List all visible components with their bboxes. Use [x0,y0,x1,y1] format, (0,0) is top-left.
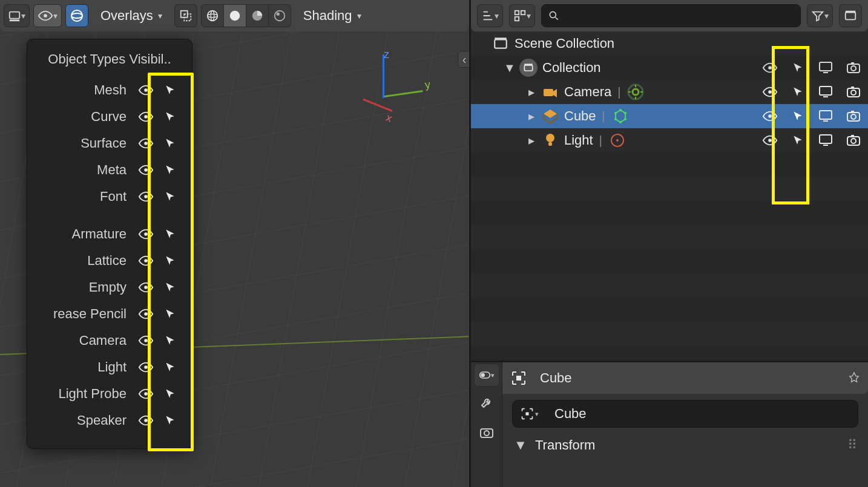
eye-icon[interactable] [137,332,154,349]
object-data-icon[interactable] [611,107,630,125]
svg-point-7 [208,11,218,21]
eye-icon[interactable] [761,108,778,125]
svg-rect-28 [521,11,525,15]
outliner-filter[interactable]: ▾ [807,4,833,27]
outliner-body[interactable]: Scene Collection ▼ Collection [471,31,868,361]
eye-icon[interactable] [137,188,154,205]
eye-icon[interactable] [137,359,154,376]
xray-button[interactable] [174,4,197,27]
cursor-icon[interactable] [789,59,806,76]
cursor-icon[interactable] [162,359,179,376]
outliner-editor-type[interactable]: ▾ [477,4,503,27]
cursor-icon[interactable] [789,83,806,100]
chevron-down-icon: ▾ [158,11,162,21]
disclosure-triangle[interactable]: ▼ [504,62,516,74]
cursor-icon[interactable] [162,385,179,402]
cursor-icon[interactable] [162,226,179,243]
disclosure-triangle[interactable]: ▸ [525,86,538,98]
cursor-icon[interactable] [162,108,179,125]
eye-icon[interactable] [137,306,154,322]
shading-dropdown[interactable]: Shading ▾ [295,4,370,27]
render-tab[interactable] [474,419,499,447]
eye-icon[interactable] [137,385,154,402]
camera-icon[interactable] [845,83,862,100]
eye-icon[interactable] [137,279,154,296]
drag-grip-icon[interactable]: ⠿ [847,437,858,453]
visibility-button[interactable]: ▾ [33,4,62,27]
eye-icon[interactable] [137,135,154,152]
visibility-row-label: rease Pencil [27,306,130,322]
outliner-search[interactable] [541,4,801,27]
monitor-icon[interactable] [817,132,834,149]
disclosure-triangle[interactable]: ▸ [525,110,538,122]
scene-collection-row[interactable]: Scene Collection [471,31,868,56]
disclosure-triangle[interactable]: ▼ [515,439,527,451]
eye-icon[interactable] [137,82,154,99]
disclosure-triangle[interactable]: ▸ [525,134,538,146]
svg-point-64 [546,134,554,142]
eye-icon[interactable] [137,108,154,125]
camera-icon[interactable] [845,132,862,149]
monitor-icon[interactable] [817,59,834,76]
object-name-input[interactable] [546,400,858,428]
outliner-search-input[interactable] [565,9,794,23]
wire-sphere-icon [206,9,219,22]
pin-icon[interactable] [847,371,861,385]
visibility-row: Speaker [27,407,182,434]
svg-point-23 [144,339,148,342]
cursor-icon[interactable] [162,332,179,349]
svg-point-8 [208,14,218,18]
overlays-dropdown[interactable]: Overlays ▾ [92,4,171,27]
cursor-icon[interactable] [162,82,179,99]
cursor-icon[interactable] [162,279,179,296]
svg-point-22 [144,312,148,316]
eye-icon[interactable] [137,412,154,429]
outliner-new-collection[interactable] [839,4,862,27]
object-name-field: ▾ [512,400,858,428]
shading-wireframe[interactable] [201,4,224,27]
svg-rect-69 [820,135,832,143]
svg-rect-27 [515,11,519,15]
shading-matprev[interactable] [246,4,269,27]
eye-icon[interactable] [137,162,154,178]
cursor-icon[interactable] [162,188,179,205]
editor-type-button[interactable]: ▾ [4,4,30,27]
svg-rect-42 [851,62,854,64]
eye-icon[interactable] [761,83,778,100]
viewport-3d[interactable]: ▾ ▾ Overlays ▾ [0,0,469,487]
object-data-icon[interactable] [626,83,645,101]
svg-point-50 [851,90,856,95]
cursor-icon[interactable] [162,162,179,178]
cursor-icon[interactable] [789,132,806,149]
region-toggle-tab[interactable]: ‹ [458,51,469,68]
eye-icon[interactable] [761,132,778,149]
shading-rendered[interactable] [268,4,291,27]
outliner-item-row[interactable]: ▸Cube| [471,104,868,128]
object-data-icon[interactable] [608,131,626,149]
datablock-browse-button[interactable]: ▾ [512,400,546,428]
cursor-icon[interactable] [789,108,806,125]
props-editor-type[interactable]: ▾ [474,364,499,387]
camera-icon[interactable] [845,108,862,125]
outliner-item-row[interactable]: ▸Camera| [471,80,868,104]
eye-icon[interactable] [137,252,154,269]
monitor-icon[interactable] [817,83,834,100]
eye-icon[interactable] [137,226,154,243]
outliner-item-row[interactable]: ▸Light| [471,128,868,152]
cursor-icon[interactable] [162,306,179,322]
tool-tab[interactable] [474,389,499,417]
properties-header: Cube [502,362,868,394]
shading-solid[interactable] [223,4,246,27]
gizmos-button[interactable] [65,4,88,27]
collection-row[interactable]: ▼ Collection [471,56,868,80]
cursor-icon[interactable] [162,412,179,429]
svg-point-58 [768,114,772,118]
svg-rect-35 [524,65,532,71]
eye-icon[interactable] [761,59,778,76]
monitor-icon[interactable] [817,108,834,125]
cursor-icon[interactable] [162,135,179,152]
outliner-display-mode[interactable]: ▾ [509,4,535,27]
cursor-icon[interactable] [162,252,179,269]
camera-icon[interactable] [845,59,862,76]
transform-panel-header[interactable]: ▼ Transform ⠿ [515,437,858,453]
